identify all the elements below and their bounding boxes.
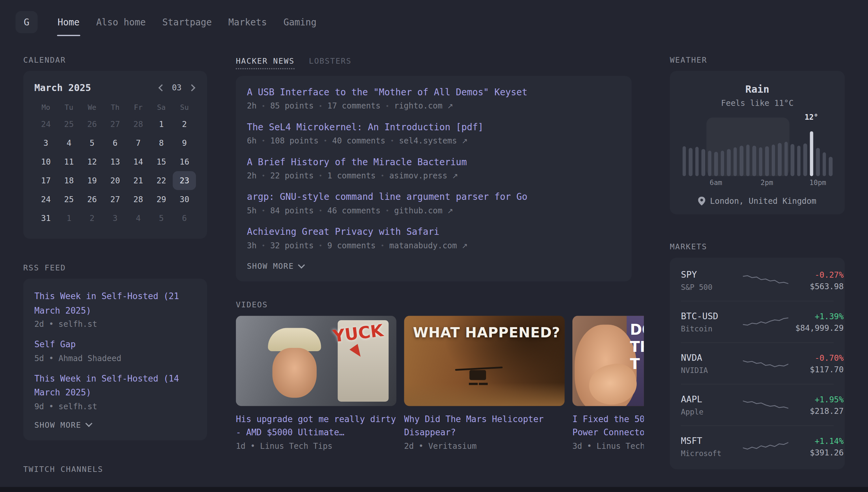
rss-item-link[interactable]: This Week in Self-Hosted (21 March 2025) bbox=[34, 290, 196, 318]
calendar-day-selected[interactable]: 23 bbox=[173, 171, 196, 190]
calendar-day[interactable]: 3 bbox=[103, 209, 127, 227]
video-thumbnail[interactable]: WHAT HAPPENED? bbox=[404, 316, 564, 406]
video-title-link[interactable]: His upgrade got me really dirty - AMD $5… bbox=[236, 413, 396, 440]
calendar-day[interactable]: 24 bbox=[34, 115, 57, 133]
calendar-day[interactable]: 10 bbox=[34, 152, 57, 171]
market-name: Microsoft bbox=[681, 449, 743, 458]
rss-item-link[interactable]: This Week in Self-Hosted (14 March 2025) bbox=[34, 372, 196, 400]
tab-lobsters[interactable]: LOBSTERS bbox=[309, 56, 351, 65]
market-row-nvda[interactable]: NVDANVIDIA-0.70%$117.70 bbox=[681, 342, 834, 384]
calendar-day[interactable]: 24 bbox=[34, 190, 57, 209]
calendar-day[interactable]: 12 bbox=[80, 152, 103, 171]
calendar-day[interactable]: 22 bbox=[150, 171, 173, 190]
twitch-section-label: TWITCH CHANNELS bbox=[23, 465, 207, 473]
calendar-day[interactable]: 6 bbox=[103, 133, 127, 152]
weather-hour-bar bbox=[752, 146, 756, 176]
video-thumbnail[interactable]: YUCK bbox=[236, 316, 396, 406]
market-row-msft[interactable]: MSFTMicrosoft+1.14%$391.26 bbox=[681, 425, 834, 467]
calendar-controls: 03 bbox=[158, 83, 196, 92]
nav-tab-home[interactable]: Home bbox=[58, 0, 80, 44]
calendar-day[interactable]: 13 bbox=[103, 152, 127, 171]
news-item-title[interactable]: argp: GNU-style command line argument pa… bbox=[247, 192, 621, 202]
calendar-day[interactable]: 25 bbox=[57, 190, 80, 209]
left-column: CALENDAR March 2025 03 MoTuWeThFrSaSu 24… bbox=[23, 55, 207, 473]
calendar-day[interactable]: 25 bbox=[57, 115, 80, 133]
calendar-day[interactable]: 26 bbox=[80, 190, 103, 209]
news-item-title[interactable]: A Brief History of the Miracle Bacterium bbox=[247, 157, 621, 167]
nav-tab-also-home[interactable]: Also home bbox=[96, 0, 146, 44]
calendar-day[interactable]: 4 bbox=[57, 133, 80, 152]
news-meta-value: 46 comments bbox=[327, 206, 380, 215]
market-symbol-block: SPYS&P 500 bbox=[681, 269, 743, 291]
video-card: DO TH TI Fixed the 5090's Melting Power … bbox=[572, 316, 644, 450]
bullet-separator: • bbox=[324, 137, 327, 144]
calendar-next-button[interactable] bbox=[187, 83, 196, 92]
calendar-day[interactable]: 30 bbox=[173, 190, 196, 209]
calendar-day[interactable]: 7 bbox=[127, 133, 150, 152]
weather-section: WEATHER Rain Feels like 11°C 12°6am2pm10… bbox=[670, 55, 845, 214]
tab-hacker-news[interactable]: HACKER NEWS bbox=[236, 56, 295, 69]
news-meta-value: 108 points bbox=[270, 136, 319, 145]
market-row-spy[interactable]: SPYS&P 500-0.27%$563.98 bbox=[681, 260, 834, 301]
calendar-day[interactable]: 14 bbox=[127, 152, 150, 171]
calendar-day[interactable]: 8 bbox=[150, 133, 173, 152]
news-item-source-link[interactable]: matanabudy.com ↗ bbox=[389, 241, 468, 250]
calendar-day[interactable]: 20 bbox=[103, 171, 127, 190]
news-item-source-link[interactable]: asimov.press ↗ bbox=[389, 171, 458, 180]
nav-tab-markets[interactable]: Markets bbox=[228, 0, 267, 44]
news-item-source-link[interactable]: righto.com ↗ bbox=[394, 101, 453, 110]
calendar-day[interactable]: 2 bbox=[80, 209, 103, 227]
weather-hour-bar bbox=[733, 147, 737, 176]
calendar-day[interactable]: 5 bbox=[80, 133, 103, 152]
calendar-day[interactable]: 11 bbox=[57, 152, 80, 171]
news-item-title[interactable]: Achieving Great Privacy with Safari bbox=[247, 226, 621, 237]
weather-hour-bar bbox=[804, 144, 807, 176]
market-row-aapl[interactable]: AAPLApple+1.95%$218.27 bbox=[681, 384, 834, 425]
video-thumbnail[interactable]: DO TH T bbox=[572, 316, 644, 406]
news-meta-value: 2h bbox=[247, 101, 256, 110]
calendar-day[interactable]: 2 bbox=[173, 115, 196, 133]
rss-show-more-button[interactable]: SHOW MORE bbox=[34, 420, 196, 429]
calendar-day[interactable]: 26 bbox=[80, 115, 103, 133]
news-item-title[interactable]: A USB Interface to the "Mother of All De… bbox=[247, 87, 621, 98]
market-row-btc-usd[interactable]: BTC-USDBitcoin+1.39%$84,999.29 bbox=[681, 301, 834, 342]
calendar-day[interactable]: 5 bbox=[150, 209, 173, 227]
rss-item: This Week in Self-Hosted (21 March 2025)… bbox=[34, 290, 196, 329]
calendar-day[interactable]: 18 bbox=[57, 171, 80, 190]
market-price: $391.26 bbox=[788, 448, 844, 457]
rss-item-link[interactable]: Self Gap bbox=[34, 338, 196, 352]
news-item-source-link[interactable]: github.com ↗ bbox=[394, 206, 453, 215]
calendar-day[interactable]: 27 bbox=[103, 190, 127, 209]
calendar-day[interactable]: 19 bbox=[80, 171, 103, 190]
calendar-day[interactable]: 21 bbox=[127, 171, 150, 190]
calendar-day[interactable]: 6 bbox=[173, 209, 196, 227]
video-title-link[interactable]: I Fixed the 5090's Melting Power Connect… bbox=[572, 413, 644, 440]
calendar-day[interactable]: 1 bbox=[150, 115, 173, 133]
video-title-link[interactable]: Why Did The Mars Helicopter Disappear? bbox=[404, 413, 564, 440]
news-meta-value: 1 comments bbox=[327, 171, 376, 180]
calendar-day[interactable]: 28 bbox=[127, 190, 150, 209]
news-item-title[interactable]: The SeL4 Microkernel: An Introduction [p… bbox=[247, 122, 621, 132]
news-item-source-link[interactable]: sel4.systems ↗ bbox=[399, 136, 468, 145]
calendar-day[interactable]: 17 bbox=[34, 171, 57, 190]
news-meta-value: 2h bbox=[247, 171, 256, 180]
calendar-day[interactable]: 4 bbox=[127, 209, 150, 227]
nav-tab-gaming[interactable]: Gaming bbox=[283, 0, 316, 44]
calendar-prev-button[interactable] bbox=[158, 83, 166, 92]
app-logo[interactable]: G bbox=[16, 11, 37, 33]
weather-section-label: WEATHER bbox=[670, 55, 845, 64]
market-change: -0.70% bbox=[788, 353, 844, 362]
news-show-more-button[interactable]: SHOW MORE bbox=[247, 262, 621, 270]
calendar-day[interactable]: 9 bbox=[173, 133, 196, 152]
calendar-day[interactable]: 28 bbox=[127, 115, 150, 133]
calendar-day[interactable]: 15 bbox=[150, 152, 173, 171]
calendar-day[interactable]: 31 bbox=[34, 209, 57, 227]
bullet-separator: • bbox=[262, 207, 265, 214]
nav-tab-startpage[interactable]: Startpage bbox=[162, 0, 212, 44]
calendar-day[interactable]: 16 bbox=[173, 152, 196, 171]
calendar-day[interactable]: 29 bbox=[150, 190, 173, 209]
calendar-day[interactable]: 3 bbox=[34, 133, 57, 152]
calendar-day[interactable]: 1 bbox=[57, 209, 80, 227]
calendar-day[interactable]: 27 bbox=[103, 115, 127, 133]
calendar-month-number: 03 bbox=[172, 83, 182, 92]
